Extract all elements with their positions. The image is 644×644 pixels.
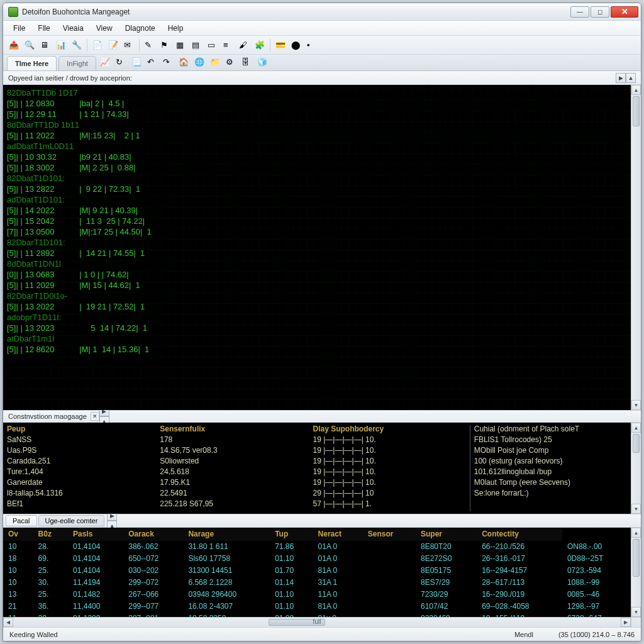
scroll-up-icon[interactable]: ▲ <box>631 528 641 538</box>
scroll-left-icon[interactable]: ◀ <box>3 618 13 627</box>
doc-icon[interactable]: 📄 <box>91 38 104 52</box>
page-icon[interactable]: 📃 <box>130 55 143 69</box>
mid-cell: 19 |—|—|—|—| 10. <box>313 445 466 456</box>
search-icon[interactable]: 🔍 <box>23 38 36 52</box>
mid-cell: MObill Poist joe Comp <box>474 445 627 456</box>
chart-small-icon[interactable]: 📈 <box>98 55 112 69</box>
col-tup[interactable]: Tup <box>270 528 313 541</box>
menu-file[interactable]: File <box>7 22 31 35</box>
globe-icon[interactable]: 🌐 <box>192 55 206 69</box>
stop-icon[interactable]: ⬤ <box>289 38 303 52</box>
scroll-down-icon[interactable]: ▼ <box>631 607 641 617</box>
flag-icon[interactable]: ⚑ <box>158 38 172 52</box>
home-icon[interactable]: 🏠 <box>177 55 191 69</box>
table-row[interactable]: 1025.01,4104030--20231300 1445101.7081A … <box>3 565 631 577</box>
tab-bar: Tlme Here InFight 📈↻📃↶↷🏠🌐📁⚙🗄🧊 <box>3 55 641 71</box>
chart-icon[interactable]: 📊 <box>54 38 68 52</box>
tab-active[interactable]: Tlme Here <box>7 56 57 70</box>
col-neract[interactable]: Neract <box>313 528 363 541</box>
mid-col-3: Cuhial (odnment of Plach soleTFBLlS1 Tol… <box>474 424 627 513</box>
toolbar-primary: 📤🔍🖥📊🔧📄📝✉✎⚑▦▤▭≡🖌🧩💳⬤▪ <box>3 36 641 55</box>
filter-label: Opyeed ian seitier / drowd by aoceprion: <box>8 74 132 82</box>
puzzle-icon[interactable]: 🧩 <box>253 38 267 52</box>
mid-cell: SaNSS <box>7 435 160 445</box>
undo-icon[interactable]: ↶ <box>145 55 159 69</box>
menu-view[interactable]: View <box>90 22 119 35</box>
mid-info-pane: PeupSaNSSUas.P9SCaradda,251Ture:1,404Gan… <box>3 423 641 514</box>
minimize-button[interactable]: — <box>570 6 589 18</box>
menu-dlagnote[interactable]: Dlagnote <box>119 22 162 35</box>
mid-cell: 24,5.618 <box>160 467 313 477</box>
menu-vieaia[interactable]: Vieaia <box>57 22 90 35</box>
scroll-down-icon[interactable]: ▼ <box>631 400 641 410</box>
maximize-button[interactable]: ◻ <box>591 6 609 18</box>
main-vertical-scrollbar[interactable]: ▲ ▼ <box>631 85 641 410</box>
refresh-icon[interactable]: ↻ <box>114 55 128 69</box>
col-pasls[interactable]: Pasls <box>68 528 123 541</box>
gear-icon[interactable]: ⚙ <box>224 55 238 69</box>
wrench-icon[interactable]: 🔧 <box>70 38 84 52</box>
bot-vertical-scrollbar[interactable]: ▲ ▼ <box>631 528 641 627</box>
edit-doc-icon[interactable]: 📝 <box>106 38 120 52</box>
mail-icon[interactable]: ✉ <box>122 38 136 52</box>
bottom-tab-pacal[interactable]: Pacal <box>6 515 37 526</box>
col-narage[interactable]: Narage <box>183 528 270 541</box>
table-row[interactable]: 1028.01,4104386-.06231.80 1 61171.8601A … <box>3 541 631 553</box>
close-button[interactable]: ✕ <box>611 6 638 18</box>
scroll-up-icon[interactable]: ▲ <box>631 423 641 433</box>
mid-panel-close-button[interactable]: ✕ <box>91 412 99 421</box>
terminal-output[interactable]: 82DbaTT1Db 1D17[5]| | 12 0830 |ba| 2 | 4… <box>3 85 631 410</box>
scroll-right-icon[interactable]: ▶ <box>621 618 631 627</box>
col-ov[interactable]: Ov <box>3 528 33 541</box>
lines-icon[interactable]: ≡ <box>221 38 235 52</box>
mid-cell: Cuhial (odnment of Plach soleT <box>474 424 627 435</box>
scroll-thumb[interactable] <box>633 434 640 453</box>
boxes-icon[interactable]: ▦ <box>174 38 188 52</box>
pencil-icon[interactable]: ✎ <box>143 38 157 52</box>
window-controls: — ◻ ✕ <box>570 6 638 18</box>
panel-scroll-up-icon[interactable]: ▲ <box>626 73 636 83</box>
col-oarack[interactable]: Oarack <box>123 528 183 541</box>
table-row[interactable]: 1030.11,4194299--0726.568 2.122801.1431A… <box>3 577 631 589</box>
mid-cell: FBLlS1 Tollrocodes) 25 <box>474 435 627 445</box>
status-bar: Keeding Walled Mendl (35 (1000) 214.0 – … <box>3 627 641 641</box>
layout-icon[interactable]: ▭ <box>206 38 219 52</box>
mid-vertical-scrollbar[interactable]: ▲ ▼ <box>631 423 641 514</box>
mid-col-1: Sensernfulix17814.S6,75 ver08.3S0liowrst… <box>160 424 313 513</box>
grid-icon[interactable]: ▤ <box>190 38 204 52</box>
table-row[interactable]: 2136.11,4400299--07716.08 2-430701.1081A… <box>3 601 631 613</box>
status-left: Keeding Walled <box>9 631 58 638</box>
bottom-tab-uge-eolle-comter[interactable]: Uge-eolle comter <box>38 515 105 526</box>
table-row[interactable]: 1129.01,1389387--00118.58 335801.0081x 0… <box>3 613 631 617</box>
folder-icon[interactable]: 📁 <box>208 55 222 69</box>
db-icon[interactable]: 🗄 <box>240 55 253 69</box>
mid-panel-title: Constnvstioon maogaage <box>8 413 87 420</box>
menu-help[interactable]: Help <box>162 22 190 35</box>
export-icon[interactable]: 📤 <box>7 38 21 52</box>
mid-cell: 225.218 S67,95 <box>160 499 313 509</box>
tab-inactive[interactable]: InFight <box>58 56 96 70</box>
col-super[interactable]: Super <box>416 528 477 541</box>
col-sensor[interactable]: Sensor <box>363 528 416 541</box>
data-table[interactable]: OvB0zPaslsOarackNarageTupNeractSensorSup… <box>3 528 631 617</box>
scroll-down-icon[interactable]: ▼ <box>631 504 641 514</box>
mid-cell: 100 (esturg (asral feovors) <box>474 456 627 467</box>
redo-icon[interactable]: ↷ <box>161 55 175 69</box>
cube-icon[interactable]: 🧊 <box>255 55 269 69</box>
brush-icon[interactable]: 🖌 <box>237 38 251 52</box>
table-row[interactable]: 1325.01,1482267--06603948 29640001.1011A… <box>3 589 631 601</box>
card-icon[interactable]: 💳 <box>274 38 287 52</box>
table-row[interactable]: 1869.01,4104650--072Sls60 1775801.1001A … <box>3 553 631 565</box>
scroll-thumb[interactable] <box>633 539 640 577</box>
panel-scroll-right-icon[interactable]: ▶ <box>616 73 626 83</box>
app-icon <box>8 7 18 17</box>
bot-horizontal-scrollbar[interactable]: ◀ full ▶ <box>3 617 631 627</box>
col-b0z[interactable]: B0z <box>33 528 68 541</box>
scroll-up-icon[interactable]: ▲ <box>631 85 641 95</box>
block-icon[interactable]: ▪ <box>305 38 319 52</box>
monitor-icon[interactable]: 🖥 <box>38 38 52 52</box>
mid-cell: Se:lone forrarL:) <box>474 488 627 499</box>
col-contectity[interactable]: Contectity <box>477 528 562 541</box>
scroll-thumb[interactable] <box>633 96 640 126</box>
menu-flle[interactable]: Flle <box>31 22 56 35</box>
